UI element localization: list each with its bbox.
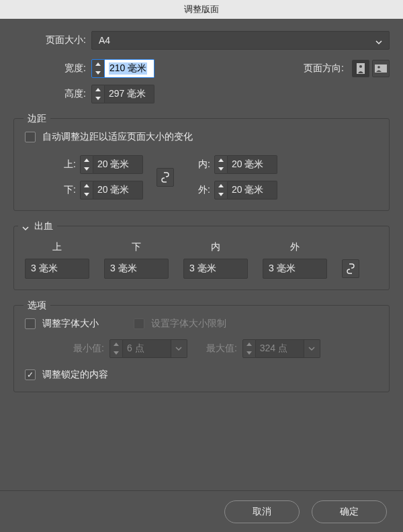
chevron-down-icon	[375, 37, 382, 44]
orientation-landscape-button[interactable]	[372, 60, 390, 77]
auto-adjust-checkbox[interactable]: 自动调整边距以适应页面大小的变化	[25, 131, 193, 143]
margin-top-input[interactable]: 20 毫米	[80, 155, 143, 174]
margin-top-value: 20 毫米	[93, 155, 143, 174]
margins-link-button[interactable]	[156, 168, 174, 187]
width-input[interactable]: 210 毫米	[91, 59, 154, 78]
margin-bottom-value: 20 毫米	[93, 181, 143, 200]
bleed-link-button[interactable]	[342, 259, 359, 278]
options-group: 选项 调整字体大小 设置字体大小限制 最小值: 6 点 最大值:	[13, 305, 390, 392]
margin-inside-label: 内:	[187, 159, 210, 171]
adjust-font-checkbox[interactable]: 调整字体大小	[25, 318, 99, 330]
margin-bottom-label: 下:	[53, 184, 76, 196]
set-limit-label: 设置字体大小限制	[151, 318, 226, 330]
orientation-portrait-button[interactable]	[352, 60, 369, 77]
margin-outside-input[interactable]: 20 毫米	[214, 181, 277, 200]
orientation-label: 页面方向:	[304, 62, 344, 75]
bleed-bottom-input[interactable]: 3 毫米	[104, 259, 169, 279]
height-stepper[interactable]	[91, 85, 105, 103]
min-label: 最小值:	[73, 343, 104, 355]
bleed-toggle[interactable]: 出血	[18, 220, 57, 232]
chevron-down-icon	[22, 223, 29, 230]
bleed-inside-header: 内	[211, 241, 220, 253]
cancel-button[interactable]: 取消	[224, 500, 300, 523]
min-value-combo: 6 点	[109, 339, 187, 358]
dialog-title: 调整版面	[184, 3, 219, 15]
max-value-combo: 324 点	[242, 339, 320, 358]
width-value: 210 毫米	[109, 62, 147, 75]
page-size-dropdown[interactable]: A4	[91, 31, 390, 50]
bleed-inside-input[interactable]: 3 毫米	[183, 259, 248, 279]
adjust-locked-label: 调整锁定的内容	[42, 369, 108, 381]
margin-inside-input[interactable]: 20 毫米	[214, 155, 277, 174]
bleed-bottom-header: 下	[132, 241, 141, 253]
margins-group: 边距 自动调整边距以适应页面大小的变化 上: 20 毫米 下:	[13, 118, 390, 211]
page-size-value: A4	[99, 35, 375, 46]
margin-bottom-input[interactable]: 20 毫米	[80, 181, 143, 200]
options-title: 选项	[24, 300, 50, 312]
width-label: 宽度:	[13, 62, 86, 75]
height-value: 297 毫米	[105, 85, 154, 103]
svg-point-3	[377, 66, 380, 69]
max-label: 最大值:	[206, 343, 237, 355]
title-bar: 调整版面	[0, 0, 403, 19]
ok-button[interactable]: 确定	[312, 500, 387, 523]
margins-title: 边距	[24, 113, 50, 125]
max-value: 324 点	[256, 339, 304, 358]
min-value: 6 点	[123, 339, 171, 358]
margin-outside-value: 20 毫米	[228, 181, 277, 200]
bleed-outside-header: 外	[290, 241, 300, 253]
height-input[interactable]: 297 毫米	[91, 85, 154, 103]
checkbox-icon	[25, 318, 36, 329]
adjust-font-label: 调整字体大小	[42, 318, 99, 330]
margin-top-label: 上:	[53, 159, 76, 171]
margin-inside-value: 20 毫米	[228, 155, 277, 174]
checkbox-icon	[134, 318, 144, 329]
dialog-footer: 取消 确定	[0, 490, 403, 532]
width-stepper[interactable]	[91, 59, 105, 78]
bleed-group: 出血 上 3 毫米 下 3 毫米 内 3 毫米 外 3 毫米	[13, 226, 390, 290]
page-size-label: 页面大小:	[13, 34, 86, 46]
bleed-title: 出血	[34, 220, 53, 232]
bleed-top-header: 上	[52, 241, 62, 253]
checkbox-icon	[25, 132, 36, 142]
bleed-outside-input[interactable]: 3 毫米	[263, 259, 327, 279]
checkbox-icon	[25, 369, 36, 380]
set-limit-checkbox: 设置字体大小限制	[134, 318, 226, 330]
height-label: 高度:	[13, 88, 86, 100]
svg-point-1	[359, 65, 362, 68]
adjust-locked-checkbox[interactable]: 调整锁定的内容	[25, 369, 108, 381]
auto-adjust-label: 自动调整边距以适应页面大小的变化	[42, 131, 193, 143]
bleed-top-input[interactable]: 3 毫米	[25, 259, 89, 279]
margin-outside-label: 外:	[187, 184, 210, 196]
